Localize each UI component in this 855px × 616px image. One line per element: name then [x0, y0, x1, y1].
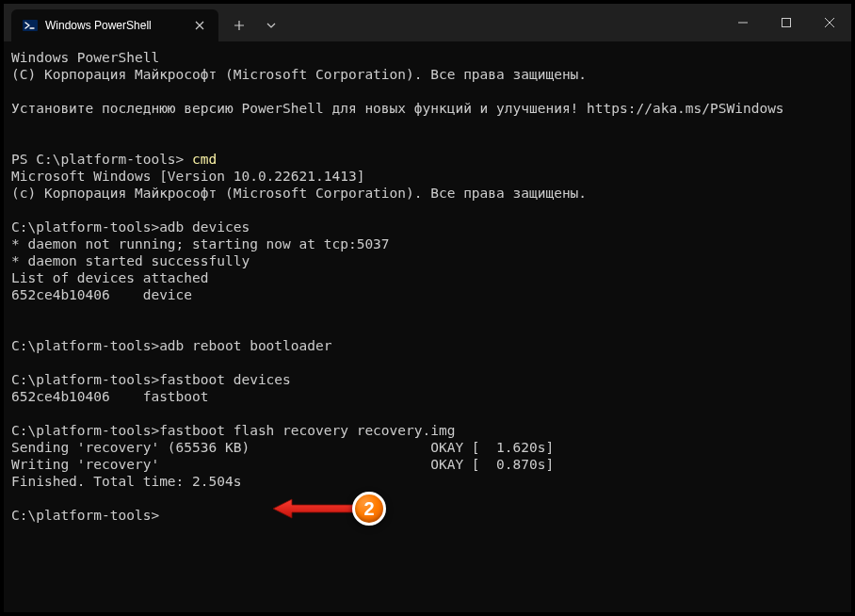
annotation-badge: 2 — [352, 492, 386, 526]
output-line: (C) Корпорация Майкрософт (Microsoft Cor… — [11, 67, 587, 82]
output-line: (c) Корпорация Майкрософт (Microsoft Cor… — [11, 186, 587, 201]
tab-dropdown-button[interactable] — [256, 11, 286, 40]
prompt: PS C:\platform-tools> — [11, 152, 192, 167]
annotation-callout: 2 — [271, 492, 386, 526]
output-line: Windows PowerShell — [11, 50, 159, 65]
tab-actions — [218, 9, 286, 41]
terminal-output[interactable]: Windows PowerShell (C) Корпорация Майкро… — [4, 41, 851, 612]
output-line: C:\platform-tools>fastboot devices — [11, 372, 291, 387]
tab-title: Windows PowerShell — [45, 19, 183, 32]
tab-close-button[interactable] — [190, 16, 209, 35]
output-line: Writing 'recovery' OKAY [ 0.870s] — [11, 457, 554, 472]
close-button[interactable] — [808, 4, 851, 41]
output-line: Установите последнюю версию PowerShell д… — [11, 101, 784, 116]
titlebar[interactable]: Windows PowerShell — [4, 4, 851, 41]
output-line: C:\platform-tools>adb reboot bootloader — [11, 338, 331, 353]
command-text: cmd — [192, 152, 217, 167]
new-tab-button[interactable] — [224, 11, 254, 40]
output-line: 652ce4b10406 fastboot — [11, 389, 209, 404]
output-line: C:\platform-tools>fastboot flash recover… — [11, 423, 455, 438]
terminal-window: Windows PowerShell Windows — [4, 4, 851, 612]
output-line: Microsoft Windows [Version 10.0.22621.14… — [11, 169, 364, 184]
prompt: C:\platform-tools> — [11, 508, 159, 523]
arrow-icon — [271, 497, 356, 520]
window-controls — [721, 4, 851, 41]
output-line: List of devices attached — [11, 270, 209, 285]
svg-rect-3 — [782, 19, 791, 27]
output-line: * daemon started successfully — [11, 253, 250, 268]
titlebar-drag-area[interactable] — [286, 4, 721, 41]
output-line: C:\platform-tools>adb devices — [11, 219, 250, 235]
output-line: Sending 'recovery' (65536 KB) OKAY [ 1.6… — [11, 440, 554, 455]
output-line: Finished. Total time: 2.504s — [11, 474, 241, 489]
svg-rect-0 — [23, 20, 38, 31]
tab-powershell[interactable]: Windows PowerShell — [11, 9, 218, 41]
output-line: * daemon not running; starting now at tc… — [11, 236, 390, 251]
powershell-icon — [23, 18, 38, 33]
minimize-button[interactable] — [721, 4, 765, 41]
maximize-button[interactable] — [765, 4, 808, 41]
output-line: 652ce4b10406 device — [11, 287, 192, 302]
